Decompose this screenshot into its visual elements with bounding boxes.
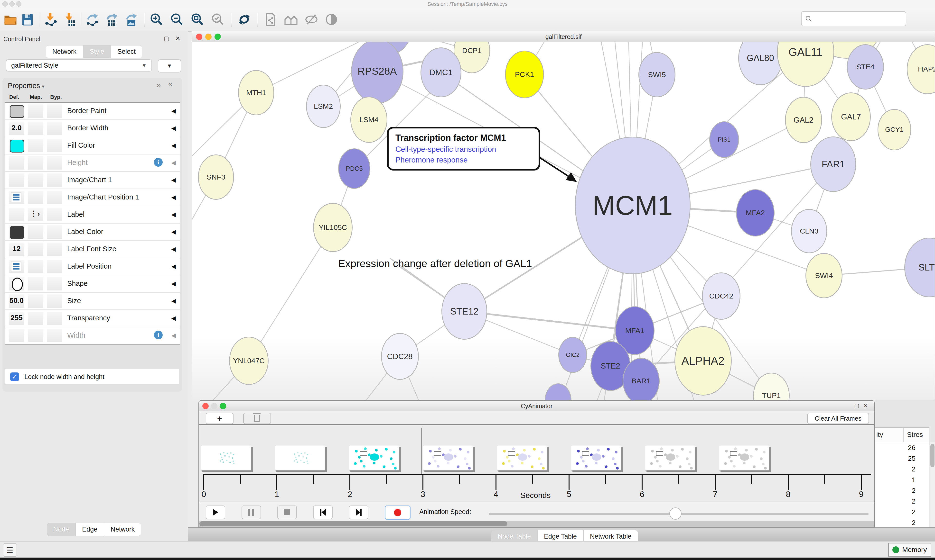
node-gal2[interactable]: GAL2 [785, 97, 822, 143]
record-button[interactable] [385, 506, 410, 520]
frame-thumbnail[interactable] [719, 445, 769, 471]
node-far1[interactable]: FAR1 [810, 137, 856, 192]
column-stress[interactable]: Stres [907, 431, 923, 438]
table-body[interactable]: 2625212222 [875, 442, 929, 528]
node-pdc5[interactable]: PDC5 [338, 148, 370, 189]
frame-thumbnail[interactable] [645, 445, 695, 471]
property-row[interactable]: Label Color ◀ [5, 223, 180, 241]
network-window-titlebar[interactable]: galFiltered.sif [192, 31, 935, 42]
node-alpha2[interactable]: ALPHA2 [674, 326, 732, 395]
expand-arrow-icon[interactable]: ◀ [171, 332, 176, 339]
node-mcm1[interactable]: MCM1 [575, 137, 691, 274]
node-mfa2[interactable]: MFA2 [736, 189, 775, 237]
tab-style[interactable]: Style [83, 45, 111, 58]
node-mth1[interactable]: MTH1 [238, 70, 274, 115]
node-gal7[interactable]: GAL7 [831, 92, 871, 141]
pause-button[interactable] [242, 506, 261, 519]
expand-arrow-icon[interactable]: ◀ [171, 228, 176, 235]
bypass-cell[interactable] [47, 277, 62, 291]
properties-header[interactable]: Properties ▾ [8, 82, 44, 90]
mcm1-annotation[interactable]: Transcription factor MCM1 Cell-type-spec… [387, 127, 540, 171]
mapping-cell[interactable] [28, 312, 43, 325]
default-cell[interactable] [9, 156, 24, 169]
table-cell[interactable]: 2 [875, 465, 915, 473]
timeline-playhead[interactable] [421, 428, 422, 475]
memory-button[interactable]: Memory [888, 543, 931, 557]
color-swatch[interactable] [10, 105, 24, 118]
node-slt2[interactable]: SLT2 [904, 238, 935, 297]
property-row[interactable]: 2.0 Border Width ◀ [5, 120, 180, 137]
mapping-cell[interactable] [28, 174, 43, 187]
clear-all-frames-button[interactable]: Clear All Frames [807, 413, 869, 424]
info-icon[interactable]: i [154, 331, 163, 339]
mapping-cell[interactable] [28, 277, 43, 291]
expand-all-icon[interactable]: » [157, 81, 161, 89]
property-row[interactable]: ⋮› Label ◀ [5, 206, 180, 223]
bypass-cell[interactable] [47, 122, 62, 135]
play-button[interactable] [206, 506, 225, 519]
default-value[interactable]: 2.0 [5, 123, 28, 132]
zoom-fit-icon[interactable] [190, 12, 205, 27]
node-lsm4[interactable]: LSM4 [350, 97, 387, 143]
property-row[interactable]: Image/Chart 1 ◀ [5, 172, 180, 189]
mapping-cell[interactable] [28, 243, 43, 256]
zoom-selected-icon[interactable] [210, 12, 225, 27]
default-cell[interactable] [9, 208, 24, 222]
refresh-layout-icon[interactable] [237, 12, 252, 27]
table-cell[interactable]: 25 [875, 455, 915, 462]
tab-network-style[interactable]: Network [104, 523, 141, 536]
node-tup1[interactable]: TUP1 [753, 373, 790, 401]
node-bar1[interactable]: BAR1 [623, 358, 660, 401]
home-pair-icon[interactable] [284, 12, 299, 27]
export-image-icon[interactable] [124, 12, 139, 27]
node-snf3[interactable]: SNF3 [198, 154, 234, 200]
mapping-cell[interactable] [28, 329, 43, 342]
ellipse-shape-icon[interactable] [12, 278, 23, 291]
collapse-all-icon[interactable]: » [168, 81, 173, 89]
property-row[interactable]: Shape ◀ [5, 275, 180, 293]
float-window-icon[interactable]: ▢ [854, 403, 859, 409]
lock-size-checkbox[interactable]: ✓ [10, 372, 19, 381]
property-row[interactable]: Height i ◀ [5, 154, 180, 172]
expand-arrow-icon[interactable]: ◀ [171, 211, 176, 218]
import-table-icon[interactable] [61, 12, 76, 27]
task-list-button[interactable]: ☰ [3, 543, 17, 557]
bypass-cell[interactable] [47, 225, 62, 238]
node-gal80[interactable]: GAL80 [738, 42, 782, 85]
node-cdc28[interactable]: CDC28 [381, 333, 419, 380]
position-icon[interactable] [11, 192, 22, 202]
discrete-mapping-icon[interactable]: ⋮› [30, 209, 40, 218]
close-window-icon[interactable]: ✕ [864, 403, 868, 409]
node-gal11[interactable]: GAL11 [777, 42, 834, 87]
table-cell[interactable]: 2 [875, 519, 915, 527]
node-swi4[interactable]: SWI4 [805, 253, 842, 298]
mapping-cell[interactable] [28, 260, 43, 273]
close-panel-icon[interactable]: ✕ [175, 35, 180, 42]
node-lsm2[interactable]: LSM2 [306, 85, 341, 128]
export-network-icon[interactable] [85, 12, 100, 27]
property-row[interactable]: 12 Label Font Size ◀ [5, 241, 180, 258]
node-gcy1[interactable]: GCY1 [878, 109, 911, 150]
expand-arrow-icon[interactable]: ◀ [171, 263, 176, 270]
property-row[interactable]: Label Position ◀ [5, 258, 180, 275]
expand-arrow-icon[interactable]: ◀ [171, 125, 176, 132]
search-field[interactable] [801, 11, 906, 26]
expand-arrow-icon[interactable]: ◀ [171, 246, 176, 252]
mapping-cell[interactable] [28, 122, 43, 135]
node-pck1[interactable]: PCK1 [505, 51, 544, 98]
annotation-link[interactable]: Pheromone response [395, 156, 532, 165]
mapping-cell[interactable] [28, 156, 43, 169]
tab-network[interactable]: Network [46, 45, 83, 58]
zoom-in-icon[interactable] [149, 12, 164, 27]
node-gic2[interactable]: GIC2 [559, 337, 587, 373]
frame-thumbnail[interactable] [349, 445, 399, 471]
bypass-cell[interactable] [47, 156, 62, 169]
node-yil105c[interactable]: YIL105C [313, 203, 353, 252]
table-cell[interactable]: 2 [875, 497, 915, 505]
slider-thumb[interactable] [670, 508, 682, 520]
bypass-cell[interactable] [47, 312, 62, 325]
property-row[interactable]: Border Paint ◀ [5, 103, 180, 120]
bypass-cell[interactable] [47, 243, 62, 256]
node-swi5[interactable]: SWI5 [639, 52, 676, 97]
node-pis1[interactable]: PIS1 [709, 122, 739, 158]
